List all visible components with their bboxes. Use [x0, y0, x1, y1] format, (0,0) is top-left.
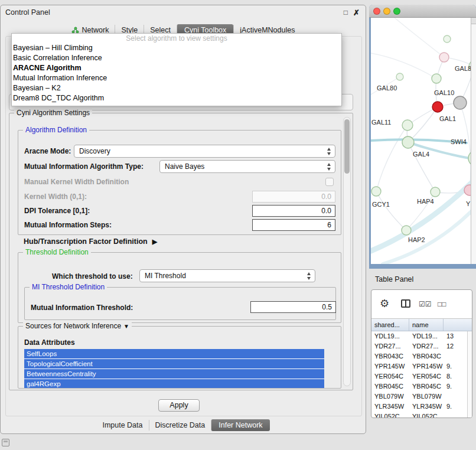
column-header-shared...[interactable]: shared...	[371, 319, 409, 331]
table-row[interactable]: YBR045CYBR045C9.	[371, 381, 472, 392]
mi-algorithm-type-select[interactable]: Naive Bayes	[159, 160, 335, 173]
network-vertical-scrollbar[interactable]	[471, 18, 476, 264]
stepper-arrows-icon	[327, 147, 331, 156]
settings-scrollbar[interactable]	[343, 117, 351, 386]
mi-algorithm-type-label: Mutual Information Algorithm Type:	[24, 162, 144, 171]
network-node[interactable]	[432, 74, 441, 83]
table-cell: YER054C	[371, 371, 409, 381]
apply-button[interactable]: Apply	[158, 399, 200, 412]
mi-threshold-group: MI Threshold Definition Mutual Informati…	[24, 287, 336, 320]
sources-group-title[interactable]: Sources for Network Inference▼	[23, 322, 132, 330]
node-label: GAL4	[413, 151, 429, 158]
network-node[interactable]	[464, 185, 471, 195]
data-attributes-list: SelfLoopsTopologicalCoefficientBetweenne…	[24, 349, 324, 388]
table-vertical-scrollbar[interactable]	[467, 331, 472, 418]
mi-steps-input[interactable]: 6	[252, 219, 335, 231]
node-label: Y	[466, 200, 471, 207]
dpi-tolerance-input[interactable]: 0.0	[252, 205, 335, 217]
checked-boxes-icon[interactable]: ☑☑	[419, 300, 432, 308]
window-controls: □ ✗	[344, 5, 360, 19]
unchecked-boxes-icon[interactable]: □□	[438, 300, 446, 308]
aracne-mode-value: Discovery	[79, 147, 110, 155]
stepper-arrows-icon	[327, 162, 331, 171]
table-cell: YBR043C	[409, 351, 444, 361]
algorithm-option[interactable]: Mutual Information Inference	[12, 73, 341, 83]
table-row[interactable]: YPR145WYPR145W9.	[371, 361, 472, 371]
traffic-light-close[interactable]	[373, 8, 380, 15]
network-node[interactable]	[402, 120, 413, 131]
table-row[interactable]: YDL19...YDL19...13	[371, 331, 472, 341]
data-attribute-item[interactable]: TopologicalCoefficient	[24, 359, 324, 369]
which-threshold-value: MI Threshold	[145, 272, 186, 280]
algorithm-definition-group: Algorithm Definition Aracne Mode: Discov…	[18, 130, 341, 235]
table-row[interactable]: YIL052CYIL052C	[371, 412, 472, 418]
node-label: GAL8	[455, 65, 471, 72]
data-attribute-item[interactable]: SelfLoops	[24, 349, 324, 358]
network-node[interactable]	[396, 73, 403, 80]
gear-icon[interactable]: ⚙	[380, 297, 389, 310]
network-edge[interactable]	[460, 103, 471, 190]
bottom-tab-label: Infer Network	[219, 421, 262, 429]
table-cell: YBR045C	[409, 381, 444, 392]
column-layout-icon[interactable]	[401, 299, 410, 308]
table-cell: YDL19...	[409, 331, 444, 341]
algorithm-option[interactable]: ARACNE Algorithm	[12, 63, 341, 73]
table-row[interactable]: YBL079WYBL079W	[371, 392, 472, 402]
table-row[interactable]: YER054CYER054C8.	[371, 371, 472, 381]
algorithm-option[interactable]: Bayesian – K2	[12, 83, 341, 93]
settings-scrollbar-thumb[interactable]	[344, 119, 350, 174]
data-attribute-item[interactable]: gal4RGexp	[24, 379, 324, 388]
manual-kernel-width-checkbox	[325, 178, 334, 186]
network-edge[interactable]	[376, 125, 407, 191]
column-header-name[interactable]: name	[409, 319, 444, 331]
table-cell: YDR27...	[371, 341, 409, 351]
algorithm-option[interactable]: Bayesian – Hill Climbing	[12, 43, 341, 53]
column-header-extra[interactable]	[444, 319, 472, 331]
traffic-light-zoom[interactable]	[393, 8, 400, 15]
bottom-tab-infer-network[interactable]: Infer Network	[211, 419, 269, 431]
network-node[interactable]	[431, 187, 440, 197]
bottom-tab-discretize-data[interactable]: Discretize Data	[149, 420, 211, 431]
algorithm-option[interactable]: Dream8 DC_TDC Algorithm	[12, 93, 341, 103]
table-row[interactable]: YBR043CYBR043C	[371, 351, 472, 361]
table-cell: YLR345W	[409, 402, 444, 412]
aracne-mode-select[interactable]: Discovery	[74, 145, 335, 158]
expand-triangle-icon: ▶	[152, 238, 157, 245]
network-canvas[interactable]: GAL8GAL80GAL10GAL11GAL1SWI4GAL4GCY1HAP4Y…	[371, 18, 471, 264]
node-label: SWI4	[451, 138, 467, 145]
node-label: GAL80	[377, 84, 397, 92]
network-window-titlebar[interactable]	[369, 5, 476, 18]
algorithm-option[interactable]: Basic Correlation Inference	[12, 53, 341, 63]
collapsed-panel-icon[interactable]	[2, 439, 9, 446]
kernel-width-label: Kernel Width (0,1):	[24, 193, 87, 201]
network-node[interactable]	[439, 53, 449, 62]
mi-threshold-group-title: MI Threshold Definition	[30, 283, 107, 291]
network-edge[interactable]	[395, 18, 444, 57]
network-node[interactable]	[371, 187, 381, 196]
network-node[interactable]	[444, 35, 451, 43]
kernel-width-input: 0.0	[252, 191, 335, 203]
table-row[interactable]: YLR345WYLR345W9.	[371, 402, 472, 412]
close-window-icon[interactable]: ✗	[353, 8, 360, 17]
table-row[interactable]: YDR27...YDR27...12	[371, 341, 472, 351]
desktop: Control Panel □ ✗ NetworkStyleSelectCyni…	[0, 0, 476, 450]
network-edge[interactable]	[383, 207, 471, 264]
traffic-light-minimize[interactable]	[383, 8, 390, 15]
bottom-tab-impute-data[interactable]: Impute Data	[96, 420, 148, 431]
threshold-definition-title: Threshold Definition	[23, 248, 91, 256]
mi-threshold-input[interactable]: 0.5	[250, 301, 336, 313]
hub-section-toggle[interactable]: Hub/Transcription Factor Definition▶	[24, 237, 157, 246]
scrollbar-button[interactable]	[471, 18, 476, 24]
algorithm-dropdown-popup: Select algorithm to view settings Bayesi…	[11, 33, 342, 106]
data-attribute-item[interactable]: BetweennessCentrality	[24, 369, 324, 379]
which-threshold-select[interactable]: MI Threshold	[139, 269, 315, 282]
network-node[interactable]	[432, 102, 443, 112]
algorithm-popup-placeholder: Select algorithm to view settings	[12, 34, 341, 43]
float-window-icon[interactable]: □	[344, 8, 348, 17]
network-node[interactable]	[454, 96, 467, 109]
node-label: GAL10	[434, 89, 454, 96]
network-node[interactable]	[402, 136, 414, 148]
network-edge[interactable]	[371, 53, 436, 79]
network-node[interactable]	[402, 226, 411, 235]
network-edge[interactable]	[376, 191, 406, 230]
